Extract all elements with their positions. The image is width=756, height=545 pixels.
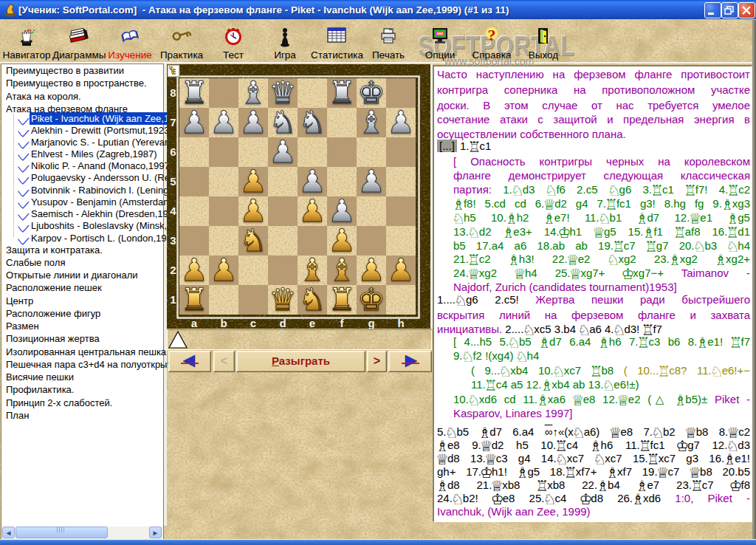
svg-text:a: a	[191, 317, 198, 329]
svg-text:1: 1	[170, 293, 176, 306]
svg-text:3: 3	[170, 234, 176, 247]
svg-text:b: b	[220, 317, 227, 329]
svg-text:6: 6	[170, 145, 176, 158]
svg-text:7: 7	[170, 116, 176, 128]
svg-text:2: 2	[170, 264, 176, 276]
svg-text:8: 8	[170, 86, 176, 99]
svg-text:?: ?	[488, 27, 496, 44]
svg-text:g: g	[368, 317, 374, 329]
svg-text:h: h	[397, 317, 404, 329]
svg-text:c: c	[250, 317, 256, 329]
svg-text:5: 5	[170, 175, 176, 188]
svg-text:e: e	[309, 317, 315, 329]
svg-text:4: 4	[170, 205, 176, 217]
svg-text:d: d	[279, 317, 286, 329]
